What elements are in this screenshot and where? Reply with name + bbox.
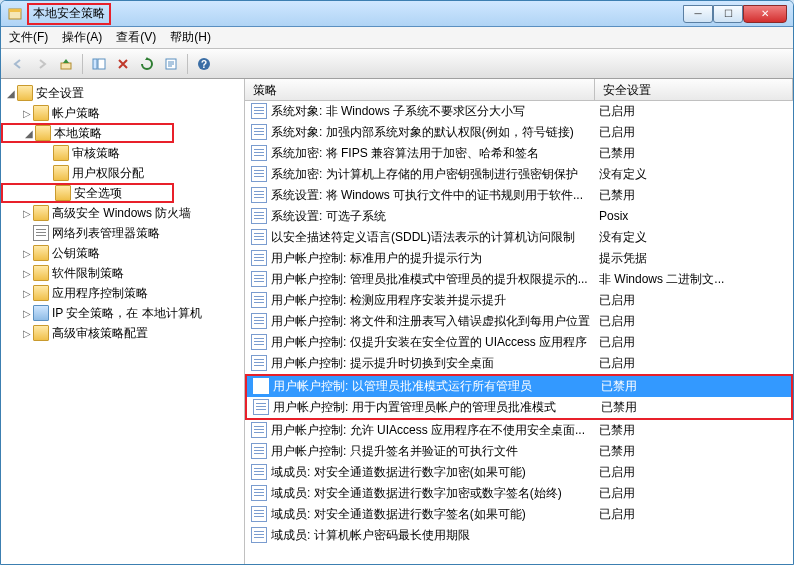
menu-help[interactable]: 帮助(H) <box>170 29 211 46</box>
policy-row[interactable]: 用户帐户控制: 只提升签名并验证的可执行文件已禁用 <box>245 441 793 462</box>
policy-row[interactable]: 域成员: 对安全通道数据进行数字加密(如果可能)已启用 <box>245 462 793 483</box>
column-setting[interactable]: 安全设置 <box>595 79 793 100</box>
policy-name: 用户帐户控制: 允许 UIAccess 应用程序在不使用安全桌面... <box>271 422 599 439</box>
policy-row[interactable]: 用户帐户控制: 标准用户的提升提示行为提示凭据 <box>245 248 793 269</box>
tree-item-label: 审核策略 <box>72 145 120 162</box>
folder-icon <box>53 145 69 161</box>
policy-row[interactable]: 用户帐户控制: 允许 UIAccess 应用程序在不使用安全桌面...已禁用 <box>245 420 793 441</box>
policy-name: 域成员: 对安全通道数据进行数字加密或数字签名(始终) <box>271 485 599 502</box>
policy-row[interactable]: 用户帐户控制: 检测应用程序安装并提示提升已启用 <box>245 290 793 311</box>
policy-setting: 已启用 <box>599 485 793 502</box>
close-button[interactable]: ✕ <box>743 5 787 23</box>
policy-icon <box>251 355 267 371</box>
tree-item[interactable]: ◢安全设置 <box>1 83 244 103</box>
policy-row[interactable]: 系统加密: 为计算机上存储的用户密钥强制进行强密钥保护没有定义 <box>245 164 793 185</box>
policy-setting: 已启用 <box>599 124 793 141</box>
policy-row[interactable]: 系统对象: 非 Windows 子系统不要求区分大小写已启用 <box>245 101 793 122</box>
expand-icon[interactable]: ▷ <box>21 328 33 339</box>
menu-action[interactable]: 操作(A) <box>62 29 102 46</box>
policy-name: 系统设置: 将 Windows 可执行文件中的证书规则用于软件... <box>271 187 599 204</box>
show-tree-button[interactable] <box>88 53 110 75</box>
policy-row[interactable]: 用户帐户控制: 提示提升时切换到安全桌面已启用 <box>245 353 793 374</box>
refresh-button[interactable] <box>136 53 158 75</box>
policy-name: 系统对象: 非 Windows 子系统不要求区分大小写 <box>271 103 599 120</box>
policy-row[interactable]: 域成员: 计算机帐户密码最长使用期限 <box>245 525 793 546</box>
policy-row[interactable]: 用户帐户控制: 将文件和注册表写入错误虚拟化到每用户位置已启用 <box>245 311 793 332</box>
folder-icon <box>33 105 49 121</box>
policy-setting: 已启用 <box>599 506 793 523</box>
list-header: 策略 安全设置 <box>245 79 793 101</box>
policy-name: 用户帐户控制: 只提升签名并验证的可执行文件 <box>271 443 599 460</box>
window-title: 本地安全策略 <box>33 5 105 22</box>
tree-item-label: IP 安全策略，在 本地计算机 <box>52 305 202 322</box>
policy-row[interactable]: 域成员: 对安全通道数据进行数字加密或数字签名(始终)已启用 <box>245 483 793 504</box>
policy-row[interactable]: 域成员: 对安全通道数据进行数字签名(如果可能)已启用 <box>245 504 793 525</box>
forward-button[interactable] <box>31 53 53 75</box>
folder-icon <box>33 325 49 341</box>
minimize-button[interactable]: ─ <box>683 5 713 23</box>
toolbar-separator <box>187 54 188 74</box>
folder-icon <box>33 265 49 281</box>
expand-icon[interactable]: ◢ <box>23 128 35 139</box>
expand-icon[interactable]: ▷ <box>21 268 33 279</box>
policy-setting: Posix <box>599 209 793 223</box>
delete-button[interactable] <box>112 53 134 75</box>
tree-item[interactable]: ▷应用程序控制策略 <box>1 283 244 303</box>
policy-icon <box>251 208 267 224</box>
tree-item[interactable]: ◢本地策略 <box>1 123 174 143</box>
policy-icon <box>251 166 267 182</box>
tree-pane[interactable]: ◢安全设置▷帐户策略◢本地策略审核策略用户权限分配安全选项▷高级安全 Windo… <box>1 79 245 565</box>
expand-icon[interactable]: ▷ <box>21 288 33 299</box>
column-policy[interactable]: 策略 <box>245 79 595 100</box>
menu-view[interactable]: 查看(V) <box>116 29 156 46</box>
expand-icon[interactable]: ▷ <box>21 208 33 219</box>
policy-row[interactable]: 用户帐户控制: 以管理员批准模式运行所有管理员已禁用 <box>247 376 791 397</box>
policy-row[interactable]: 系统设置: 可选子系统Posix <box>245 206 793 227</box>
svg-text:?: ? <box>201 59 207 70</box>
list-pane[interactable]: 策略 安全设置 系统对象: 非 Windows 子系统不要求区分大小写已启用系统… <box>245 79 793 565</box>
policy-row[interactable]: 系统对象: 加强内部系统对象的默认权限(例如，符号链接)已启用 <box>245 122 793 143</box>
policy-icon <box>251 145 267 161</box>
tree-item[interactable]: 网络列表管理器策略 <box>1 223 244 243</box>
policy-icon <box>251 506 267 522</box>
tree-item[interactable]: 用户权限分配 <box>1 163 244 183</box>
policy-icon <box>251 527 267 543</box>
policy-row[interactable]: 系统设置: 将 Windows 可执行文件中的证书规则用于软件...已禁用 <box>245 185 793 206</box>
window: 本地安全策略 ─ ☐ ✕ 文件(F) 操作(A) 查看(V) 帮助(H) ? ◢… <box>0 0 794 565</box>
tree-item[interactable]: ▷IP 安全策略，在 本地计算机 <box>1 303 244 323</box>
policy-setting: 已启用 <box>599 355 793 372</box>
tree-item[interactable]: 安全选项 <box>1 183 174 203</box>
policy-setting: 非 Windows 二进制文... <box>599 271 793 288</box>
policy-row[interactable]: 用户帐户控制: 仅提升安装在安全位置的 UIAccess 应用程序已启用 <box>245 332 793 353</box>
tree-item-label: 高级安全 Windows 防火墙 <box>52 205 191 222</box>
policy-row[interactable]: 系统加密: 将 FIPS 兼容算法用于加密、哈希和签名已禁用 <box>245 143 793 164</box>
policy-setting: 已禁用 <box>599 422 793 439</box>
menu-file[interactable]: 文件(F) <box>9 29 48 46</box>
policy-row[interactable]: 用户帐户控制: 用于内置管理员帐户的管理员批准模式已禁用 <box>247 397 791 418</box>
policy-icon <box>251 229 267 245</box>
help-button[interactable]: ? <box>193 53 215 75</box>
back-button[interactable] <box>7 53 29 75</box>
tree-item[interactable]: ▷高级安全 Windows 防火墙 <box>1 203 244 223</box>
tree-item[interactable]: ▷公钥策略 <box>1 243 244 263</box>
expand-icon[interactable]: ▷ <box>21 308 33 319</box>
expand-icon[interactable]: ▷ <box>21 248 33 259</box>
tree-item[interactable]: ▷帐户策略 <box>1 103 244 123</box>
folder-icon <box>33 285 49 301</box>
expand-icon[interactable]: ▷ <box>21 108 33 119</box>
policy-setting: 已禁用 <box>599 187 793 204</box>
expand-icon[interactable]: ◢ <box>5 88 17 99</box>
highlighted-rows: 用户帐户控制: 以管理员批准模式运行所有管理员已禁用用户帐户控制: 用于内置管理… <box>245 374 793 420</box>
policy-icon <box>251 422 267 438</box>
up-button[interactable] <box>55 53 77 75</box>
policy-row[interactable]: 以安全描述符定义语言(SDDL)语法表示的计算机访问限制没有定义 <box>245 227 793 248</box>
policy-setting: 已启用 <box>599 292 793 309</box>
tree-item[interactable]: 审核策略 <box>1 143 244 163</box>
tree-item[interactable]: ▷软件限制策略 <box>1 263 244 283</box>
maximize-button[interactable]: ☐ <box>713 5 743 23</box>
policy-row[interactable]: 用户帐户控制: 管理员批准模式中管理员的提升权限提示的...非 Windows … <box>245 269 793 290</box>
policy-setting: 提示凭据 <box>599 250 793 267</box>
tree-item[interactable]: ▷高级审核策略配置 <box>1 323 244 343</box>
export-button[interactable] <box>160 53 182 75</box>
folder-icon <box>33 305 49 321</box>
